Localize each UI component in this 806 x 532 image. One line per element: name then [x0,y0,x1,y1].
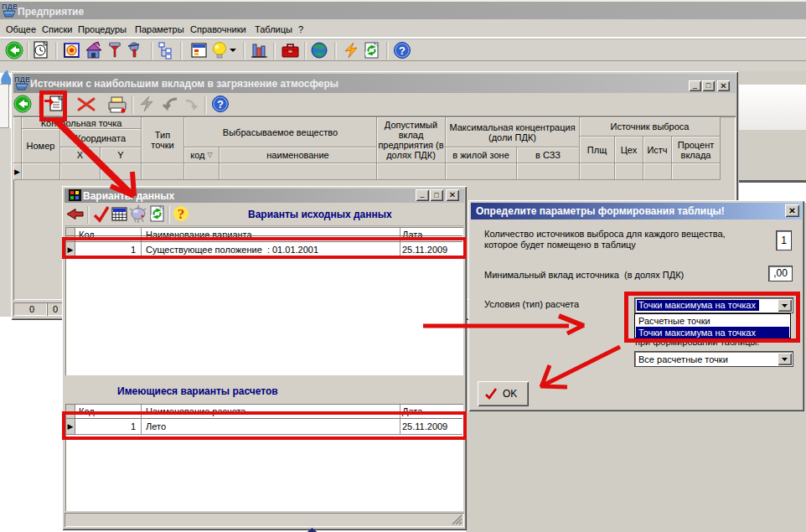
svg-text:?: ? [399,44,406,57]
svg-text:?: ? [217,98,224,111]
svg-text:ПДВ: ПДВ [14,75,29,84]
svg-text:?: ? [178,206,185,222]
svg-text:ПДВ: ПДВ [2,3,17,11]
